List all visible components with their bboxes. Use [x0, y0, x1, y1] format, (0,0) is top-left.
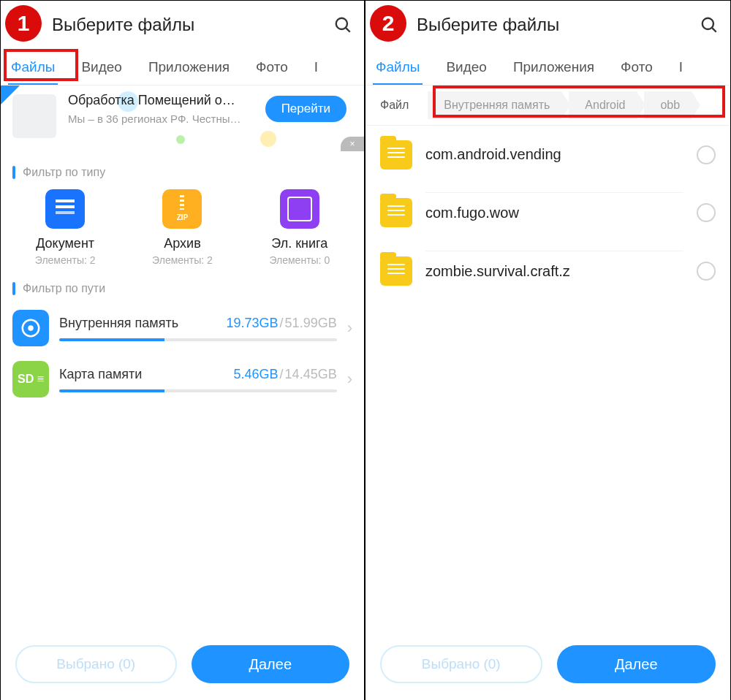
storage-progress [59, 389, 337, 392]
document-icon [45, 189, 85, 229]
header: Выберите файлы [366, 1, 730, 49]
storage-progress [59, 338, 337, 341]
screen-step-1: 1 Выберите файлы Файлы Видео Приложения … [1, 1, 366, 700]
type-ebook[interactable]: Эл. книга Элементы: 0 [245, 189, 355, 266]
svg-point-0 [336, 18, 347, 29]
ebook-icon [280, 189, 319, 229]
ad-title: Обработка Помещений о… [68, 93, 269, 108]
type-document[interactable]: Документ Элементы: 2 [10, 189, 120, 266]
storage-name: Внутренняя память [59, 316, 227, 331]
folder-name: zombie.survival.craft.z [425, 251, 683, 292]
tab-video[interactable]: Видео [81, 49, 122, 85]
storage-used: 5.46GB [234, 367, 279, 382]
chevron-right-icon: › [347, 319, 352, 338]
next-button[interactable]: Далее [557, 645, 716, 683]
storage-total: 14.45GB [285, 367, 337, 382]
selected-count-button[interactable]: Выбрано (0) [15, 645, 177, 683]
filter-path-label: Фильтр по пути [1, 272, 364, 303]
screen-step-2: 2 Выберите файлы Файлы Видео Приложения … [366, 1, 730, 700]
tab-photo[interactable]: Фото [256, 49, 288, 85]
select-radio[interactable] [697, 145, 716, 164]
svg-line-1 [346, 28, 349, 31]
folder-item[interactable]: com.fugo.wow [366, 183, 730, 242]
ad-thumbnail [12, 94, 56, 138]
storage-sdcard[interactable]: SD ≡ Карта памяти 5.46GB / 14.45GB › [1, 354, 364, 405]
archive-icon [162, 189, 202, 229]
tabs: Файлы Видео Приложения Фото I [1, 49, 364, 85]
type-archive[interactable]: Архив Элементы: 2 [127, 189, 237, 266]
sd-icon: SD ≡ [12, 361, 49, 397]
crumb-android[interactable]: Android [569, 91, 637, 119]
folder-name: com.android.vending [425, 134, 683, 175]
ad-subtitle: Мы – в 36 регионах РФ. Честны… [68, 113, 269, 125]
folder-icon [380, 198, 412, 227]
crumb-internal[interactable]: Внутренняя память [428, 91, 561, 119]
step-badge: 2 [370, 5, 406, 42]
select-radio[interactable] [697, 262, 716, 281]
type-filters: Документ Элементы: 2 Архив Элементы: 2 Э… [1, 186, 364, 272]
page-title: Выберите файлы [52, 15, 333, 35]
svg-point-3 [29, 327, 33, 330]
filter-type-label: Фильтр по типу [1, 156, 364, 186]
crumb-obb[interactable]: obb [644, 91, 692, 119]
ad-banner: Обработка Помещений о… Мы – в 36 региона… [1, 85, 364, 151]
storage-internal[interactable]: Внутренняя память 19.73GB / 51.99GB › [1, 303, 364, 354]
page-title: Выберите файлы [417, 15, 700, 35]
header: Выберите файлы [1, 1, 364, 49]
next-button[interactable]: Далее [192, 645, 350, 683]
disk-icon [12, 310, 49, 346]
ad-open-button[interactable]: Перейти [265, 96, 346, 122]
folder-icon [380, 140, 412, 170]
tab-apps[interactable]: Приложения [513, 49, 594, 85]
selected-count-button[interactable]: Выбрано (0) [380, 645, 542, 683]
ad-close-button[interactable]: × [341, 137, 364, 151]
footer: Выбрано (0) Далее [1, 632, 364, 700]
breadcrumb: Файл Внутренняя память Android obb [366, 85, 730, 125]
select-radio[interactable] [697, 203, 716, 222]
folder-icon [380, 256, 412, 286]
storage-total: 51.99GB [285, 316, 337, 331]
svg-line-5 [712, 28, 716, 31]
storage-used: 19.73GB [227, 316, 279, 331]
tabs: Файлы Видео Приложения Фото I [366, 49, 730, 85]
storage-name: Карта памяти [59, 367, 234, 382]
tab-video[interactable]: Видео [446, 49, 487, 85]
tab-photo[interactable]: Фото [621, 49, 653, 85]
search-icon[interactable] [333, 15, 352, 34]
tab-overflow[interactable]: I [314, 49, 318, 85]
tab-overflow[interactable]: I [679, 49, 683, 85]
search-icon[interactable] [700, 15, 719, 34]
tab-files[interactable]: Файлы [11, 49, 55, 85]
tab-apps[interactable]: Приложения [148, 49, 230, 85]
crumb-root[interactable]: Файл [377, 91, 420, 119]
folder-name: com.fugo.wow [425, 192, 683, 233]
folder-item[interactable]: zombie.survival.craft.z [366, 242, 730, 300]
folder-list: com.android.vending com.fugo.wow zombie.… [366, 125, 730, 300]
step-badge: 1 [5, 5, 42, 42]
tab-files[interactable]: Файлы [376, 49, 420, 85]
svg-point-4 [702, 18, 713, 29]
footer: Выбрано (0) Далее [366, 632, 730, 700]
folder-item[interactable]: com.android.vending [366, 126, 730, 183]
chevron-right-icon: › [347, 370, 352, 389]
